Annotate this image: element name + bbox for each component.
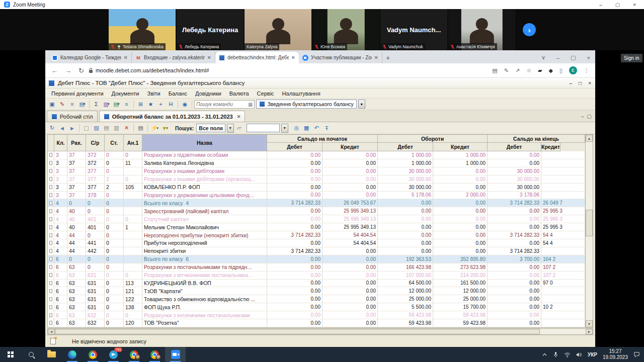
browser-minimize-button[interactable]: – <box>556 55 559 61</box>
add-icon[interactable]: + <box>156 100 166 109</box>
table-row[interactable]: 6636320120ТОВ "Розетка"0.000.0059 423.98… <box>48 319 585 327</box>
participant-tile[interactable]: Vadym Naumch...Vadym Naumchuk <box>380 9 447 50</box>
row-marker-cell[interactable] <box>48 159 54 167</box>
row-marker-cell[interactable] <box>48 247 54 255</box>
undo-icon[interactable]: ↶ <box>312 123 321 133</box>
back-button[interactable]: ← <box>51 67 58 74</box>
taskbar-search-button[interactable] <box>21 347 41 362</box>
app-minimize-button[interactable]: – <box>570 80 573 86</box>
zoom-minimize-button[interactable]: – <box>599 2 602 8</box>
browser-menu-icon[interactable]: ⋮ <box>584 67 589 74</box>
search-scope-select[interactable]: Все поля <box>196 124 225 132</box>
scroll-left-arrow[interactable]: ◄ <box>48 329 55 334</box>
column-header[interactable]: С/р <box>86 135 105 151</box>
column-header[interactable]: Ст. <box>105 135 124 151</box>
actions-icon[interactable]: ⚡▾ <box>150 123 159 133</box>
star-icon[interactable]: ★ <box>146 100 155 109</box>
row-marker-cell[interactable] <box>48 231 54 239</box>
taskbar-file-explorer-button[interactable] <box>41 347 62 362</box>
view-doc-icon[interactable]: ▥ <box>112 123 121 133</box>
row-checkbox[interactable] <box>49 289 52 293</box>
browser-tab[interactable]: Календар Google - Тиждень (18✕ <box>48 52 132 63</box>
table-row[interactable]: 33737720Розрахунки з іншими дебіторами (… <box>48 175 585 184</box>
scroll-right-arrow[interactable]: ► <box>586 329 593 334</box>
extension-icon[interactable]: ▰ <box>538 67 542 74</box>
new-tab-button[interactable]: + <box>382 52 393 63</box>
row-checkbox[interactable] <box>49 281 52 285</box>
menu-налаштування[interactable]: Налаштування <box>278 90 325 97</box>
profile-avatar[interactable]: E <box>569 66 577 74</box>
row-checkbox[interactable] <box>49 241 52 245</box>
taskbar-edge-button[interactable] <box>62 347 83 362</box>
extensions-puzzle-icon[interactable]: ◆ <box>548 67 552 74</box>
row-marker-cell[interactable] <box>48 223 54 231</box>
url-box[interactable]: moodle.debet.com.ua/debet/teach/index.ht… <box>89 67 487 73</box>
password-key-icon[interactable]: ✎ <box>504 67 509 74</box>
window-icon[interactable]: ⊞ <box>136 100 145 109</box>
row-checkbox[interactable] <box>49 185 52 189</box>
scroll-down-arrow[interactable]: ▼ <box>586 320 593 327</box>
row-checkbox[interactable] <box>49 297 52 301</box>
back-icon[interactable]: ◄ <box>57 123 67 133</box>
table-row[interactable]: 3373772105КОВАЛЕНКО П.Р. ФОП0.000.0030 0… <box>48 184 585 192</box>
row-marker-cell[interactable] <box>48 215 54 223</box>
scroll-up-arrow[interactable]: ▲ <box>586 135 593 142</box>
column-header[interactable]: Кредит <box>323 143 378 151</box>
menu-первинні-документи[interactable]: Первинні документи <box>47 90 108 97</box>
row-checkbox[interactable] <box>49 161 52 165</box>
taskbar-zoom-button[interactable] <box>165 347 186 362</box>
horizontal-scrollbar[interactable]: ◄ ► <box>47 328 593 335</box>
table-row[interactable]: 4444410Прибуток нерозподілений0.0054 404… <box>48 239 585 247</box>
app-close-button[interactable]: × <box>588 80 591 86</box>
reading-list-icon[interactable]: ▤ <box>492 67 497 74</box>
tab-close-icon[interactable]: ✕ <box>374 55 378 60</box>
menu-довідники[interactable]: Довідники <box>191 90 225 97</box>
row-marker-cell[interactable] <box>48 287 54 295</box>
help-icon[interactable]: ◉ <box>180 100 190 109</box>
command-search-input[interactable] <box>194 100 255 109</box>
table-row[interactable]: 33737200Розрахунки з підзвітними особами… <box>48 151 585 159</box>
forward-icon[interactable]: ► <box>67 123 77 133</box>
action-center-icon[interactable] <box>633 351 640 357</box>
new-doc-icon[interactable]: ▢ <box>82 123 91 133</box>
row-marker-cell[interactable] <box>48 303 54 311</box>
row-checkbox[interactable] <box>49 321 52 325</box>
hotkey-icon[interactable]: H <box>166 100 176 109</box>
column-header[interactable]: Кл. <box>54 135 67 151</box>
row-checkbox[interactable] <box>49 169 52 173</box>
copy-doc-icon[interactable]: ▤ <box>102 123 111 133</box>
table-row[interactable]: 66363100Розрахунки з вітчизняними постач… <box>48 272 585 280</box>
vertical-scrollbar[interactable]: ▲ ▼ <box>586 134 593 328</box>
tab-turnover-balance[interactable]: Оборотний баланс за 01.01.2023 - 31.01.2… <box>99 111 246 122</box>
clear-search-icon[interactable]: ▱ <box>234 123 244 133</box>
menu-сервіс[interactable]: Сервіс <box>253 90 278 97</box>
taskbar-telegram-button[interactable]: 791 <box>103 347 124 362</box>
taskbar-clock[interactable]: 15:27 19.09.2023 <box>603 348 628 360</box>
tab-close-icon[interactable]: ✕ <box>207 55 211 60</box>
row-checkbox[interactable] <box>49 257 52 261</box>
edit-icon[interactable]: ✎ <box>57 100 67 109</box>
row-marker-cell[interactable] <box>48 167 54 175</box>
browser-close-button[interactable]: × <box>587 55 590 61</box>
chart-icon[interactable]: ▥▾ <box>102 100 111 109</box>
row-marker-cell[interactable] <box>48 295 54 303</box>
filter-icon[interactable]: ▼▾ <box>160 123 170 133</box>
column-header[interactable]: Назва <box>142 135 267 151</box>
row-marker-cell[interactable] <box>48 272 54 279</box>
browser-tab[interactable]: debetteachindex.html: Дебет Пл✕ <box>215 52 299 63</box>
next-participants-button[interactable]: › <box>523 23 536 36</box>
print-icon[interactable]: ▤ <box>136 123 145 133</box>
taskbar-chrome-button[interactable] <box>83 347 103 362</box>
table-row[interactable]: 6636310138ФОП Щука Р.П.0.000.005 500.001… <box>48 303 585 311</box>
table-row[interactable]: 337372011Залива Катерина Леонідівна0.000… <box>48 159 585 167</box>
keyboard-language[interactable]: УКР <box>588 352 597 357</box>
browser-maximize-button[interactable]: ▢ <box>571 54 576 61</box>
grid-icon[interactable]: ▦ <box>302 123 311 133</box>
copy-icon[interactable]: ▤▾ <box>77 100 87 109</box>
table-row[interactable]: 44040101Мельник Степан Миколайович0.0025… <box>48 223 585 231</box>
column-header[interactable]: Рах. <box>67 135 86 151</box>
row-checkbox[interactable] <box>49 209 52 213</box>
table-row[interactable]: 6636310113КУДРИНЕЦЬКИЙ В.В. ФОП0.000.006… <box>48 280 585 288</box>
table-row[interactable]: 66363200Розрахунки з іноземними постачал… <box>48 311 585 319</box>
forward-button[interactable]: → <box>65 67 71 74</box>
